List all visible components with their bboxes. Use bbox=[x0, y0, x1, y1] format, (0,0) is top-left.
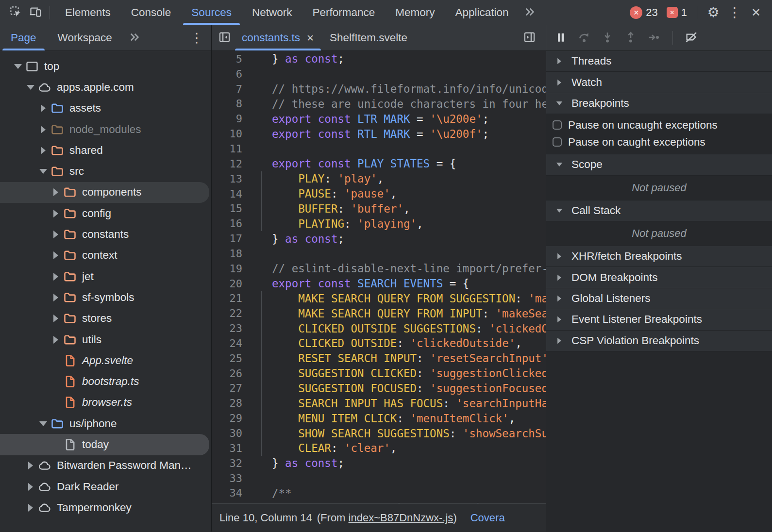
code-line-7[interactable]: 7// https://www.fileformat.info/info/uni… bbox=[212, 82, 546, 97]
tree-item-components[interactable]: components bbox=[0, 182, 209, 203]
navigator-tab-workspace[interactable]: Workspace bbox=[47, 25, 123, 50]
toggle-navigator-button[interactable] bbox=[215, 28, 234, 48]
editor-tab-constants-ts[interactable]: constants.ts✕ bbox=[234, 25, 322, 50]
line-number[interactable]: 26 bbox=[212, 367, 250, 380]
deactivate-breakpoints-button[interactable] bbox=[682, 28, 701, 48]
source-map-link[interactable]: index~B87DnNzwx-.js bbox=[349, 512, 453, 524]
tree-item-us-iphone[interactable]: us/iphone bbox=[0, 413, 209, 434]
line-number[interactable]: 6 bbox=[212, 68, 250, 80]
disclosure-triangle[interactable] bbox=[554, 99, 564, 108]
line-number[interactable]: 33 bbox=[212, 472, 250, 484]
line-number[interactable]: 30 bbox=[212, 427, 250, 439]
code-line-25[interactable]: 25 RESET_SEARCH_INPUT: 'resetSearchInput… bbox=[212, 351, 546, 366]
disclosure-triangle[interactable] bbox=[554, 77, 564, 87]
line-number[interactable]: 27 bbox=[212, 382, 250, 394]
code-line-19[interactable]: 19// eslint-disable-next-line import/pre… bbox=[212, 261, 546, 276]
code-line-8[interactable]: 8// these are unicode characters in four… bbox=[212, 97, 546, 112]
line-number[interactable]: 15 bbox=[212, 202, 250, 215]
close-tab-icon[interactable]: ✕ bbox=[306, 33, 314, 44]
code-line-24[interactable]: 24 CLICKED_OUTSIDE: 'clickedOutside', bbox=[212, 336, 546, 351]
disclosure-triangle[interactable] bbox=[554, 56, 564, 66]
line-number[interactable]: 20 bbox=[212, 278, 250, 290]
code-editor[interactable]: 5} as const;67// https://www.fileformat.… bbox=[212, 51, 546, 532]
line-number[interactable]: 16 bbox=[212, 217, 250, 230]
tree-item-tampermonkey[interactable]: Tampermonkey bbox=[0, 497, 209, 518]
issue-count-badge[interactable]: ✕ 1 bbox=[663, 6, 691, 19]
panel-tab-elements[interactable]: Elements bbox=[55, 0, 121, 25]
settings-button[interactable]: ⚙ bbox=[703, 3, 723, 22]
line-number[interactable]: 11 bbox=[212, 143, 250, 155]
line-number[interactable]: 28 bbox=[212, 397, 250, 409]
code-line-34[interactable]: 34/** bbox=[212, 485, 546, 500]
debugger-section-threads[interactable]: Threads bbox=[546, 51, 772, 72]
disclosure-triangle[interactable] bbox=[50, 312, 62, 325]
line-number[interactable]: 10 bbox=[212, 128, 250, 140]
code-line-13[interactable]: 13 PLAY: 'play', bbox=[212, 171, 546, 186]
device-toolbar-button[interactable] bbox=[25, 3, 45, 22]
line-number[interactable]: 14 bbox=[212, 188, 250, 200]
code-line-28[interactable]: 28 SEARCH_INPUT_HAS_FOCUS: 'searchInputH… bbox=[212, 396, 546, 411]
line-number[interactable]: 29 bbox=[212, 412, 250, 424]
tree-item-browser-ts[interactable]: browser.ts bbox=[0, 392, 209, 413]
debugger-section-scope[interactable]: Scope bbox=[546, 154, 772, 175]
line-number[interactable]: 25 bbox=[212, 352, 250, 365]
tree-item-dark-reader[interactable]: Dark Reader bbox=[0, 476, 209, 497]
code-line-10[interactable]: 10export const RTL_MARK = '\u200f'; bbox=[212, 126, 546, 141]
disclosure-triangle[interactable] bbox=[554, 336, 564, 346]
disclosure-triangle[interactable] bbox=[50, 291, 62, 304]
tree-item-assets[interactable]: assets bbox=[0, 98, 209, 119]
panel-tab-performance[interactable]: Performance bbox=[302, 0, 385, 25]
checkbox-unchecked[interactable] bbox=[553, 120, 562, 130]
tree-item-utils[interactable]: utils bbox=[0, 329, 209, 350]
debugger-section-breakpoints[interactable]: Breakpoints bbox=[546, 93, 772, 114]
code-line-16[interactable]: 16 PLAYING: 'playing', bbox=[212, 216, 546, 231]
disclosure-triangle[interactable] bbox=[24, 459, 37, 472]
navigator-tab-page[interactable]: Page bbox=[0, 25, 47, 50]
code-line-11[interactable]: 11 bbox=[212, 141, 546, 156]
disclosure-triangle[interactable] bbox=[37, 165, 50, 178]
line-number[interactable]: 18 bbox=[212, 248, 250, 260]
tree-item-shared[interactable]: shared bbox=[0, 140, 209, 161]
debugger-section-csp-violation-breakpoints[interactable]: CSP Violation Breakpoints bbox=[546, 331, 772, 351]
disclosure-triangle[interactable] bbox=[37, 123, 50, 136]
debugger-section-event-listener-breakpoints[interactable]: Event Listener Breakpoints bbox=[546, 309, 772, 330]
disclosure-triangle[interactable] bbox=[554, 315, 564, 324]
line-number[interactable]: 13 bbox=[212, 173, 250, 185]
step-out-button[interactable] bbox=[621, 28, 640, 48]
line-number[interactable]: 31 bbox=[212, 442, 250, 454]
disclosure-triangle[interactable] bbox=[24, 501, 37, 514]
disclosure-triangle[interactable] bbox=[37, 144, 50, 157]
disclosure-triangle[interactable] bbox=[554, 272, 564, 282]
code-line-9[interactable]: 9export const LTR_MARK = '\u200e'; bbox=[212, 111, 546, 126]
disclosure-triangle[interactable] bbox=[50, 249, 62, 262]
code-line-29[interactable]: 29 MENU_ITEM_CLICK: 'menuItemClick', bbox=[212, 411, 546, 426]
code-line-20[interactable]: 20export const SEARCH_EVENTS = { bbox=[212, 276, 546, 291]
editor-tab-shelfitem-svelte[interactable]: ShelfItem.svelte bbox=[322, 25, 415, 50]
tree-item-bootstrap-ts[interactable]: bootstrap.ts bbox=[0, 371, 209, 392]
disclosure-triangle[interactable] bbox=[554, 251, 564, 261]
toggle-debugger-sidebar-button[interactable] bbox=[520, 28, 539, 48]
code-line-12[interactable]: 12export const PLAY_STATES = { bbox=[212, 156, 546, 171]
more-navigator-tabs-button[interactable] bbox=[125, 28, 144, 48]
navigator-menu-button[interactable]: ⋮ bbox=[187, 28, 206, 48]
panel-tab-sources[interactable]: Sources bbox=[181, 0, 242, 25]
step-into-button[interactable] bbox=[598, 28, 617, 48]
line-number[interactable]: 21 bbox=[212, 292, 250, 304]
disclosure-triangle[interactable] bbox=[554, 206, 564, 216]
tree-item-config[interactable]: config bbox=[0, 203, 209, 224]
pause-script-button[interactable] bbox=[551, 28, 571, 48]
checkbox-row-pause-on-uncaught-exceptions[interactable]: Pause on uncaught exceptions bbox=[546, 116, 772, 133]
devtools-menu-button[interactable]: ⋮ bbox=[724, 3, 745, 22]
line-number[interactable]: 34 bbox=[212, 487, 250, 499]
tree-item-node-modules[interactable]: node_modules bbox=[0, 119, 209, 140]
disclosure-triangle[interactable] bbox=[24, 81, 37, 94]
code-line-31[interactable]: 31 CLEAR: 'clear', bbox=[212, 441, 546, 456]
debugger-section-global-listeners[interactable]: Global Listeners bbox=[546, 288, 772, 309]
code-line-30[interactable]: 30 SHOW_SEARCH_SUGGESTIONS: 'showSearchS… bbox=[212, 426, 546, 441]
code-line-17[interactable]: 17} as const; bbox=[212, 231, 546, 246]
tree-item-apps-apple-com[interactable]: apps.apple.com bbox=[0, 77, 209, 98]
code-line-33[interactable]: 33 bbox=[212, 471, 546, 486]
line-number[interactable]: 22 bbox=[212, 307, 250, 319]
panel-tab-application[interactable]: Application bbox=[445, 0, 519, 25]
code-line-23[interactable]: 23 CLICKED_OUTSIDE_SUGGESTIONS: 'clicked… bbox=[212, 321, 546, 336]
